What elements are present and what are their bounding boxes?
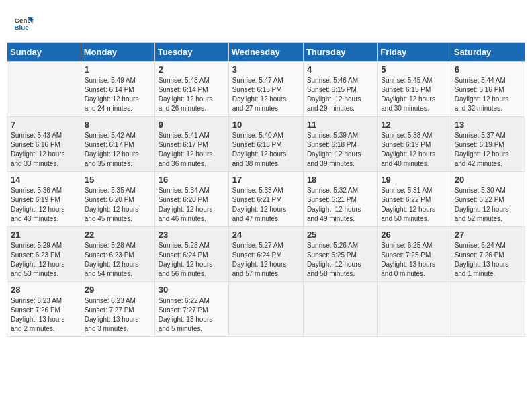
svg-text:Blue: Blue xyxy=(15,24,30,31)
logo-icon: General Blue xyxy=(13,13,34,34)
calendar-cell: 7Sunrise: 5:43 AM Sunset: 6:16 PM Daylig… xyxy=(7,117,81,172)
calendar-cell: 25Sunrise: 5:26 AM Sunset: 6:25 PM Dayli… xyxy=(303,227,377,282)
day-number: 27 xyxy=(455,230,521,240)
day-number: 30 xyxy=(159,285,225,295)
col-header-friday: Friday xyxy=(378,43,451,62)
day-info: Sunrise: 5:34 AM Sunset: 6:20 PM Dayligh… xyxy=(159,186,225,224)
calendar-cell: 20Sunrise: 5:30 AM Sunset: 6:22 PM Dayli… xyxy=(451,172,525,227)
day-number: 28 xyxy=(11,285,77,295)
day-number: 16 xyxy=(159,175,225,185)
calendar-week-2: 7Sunrise: 5:43 AM Sunset: 6:16 PM Daylig… xyxy=(7,117,525,172)
day-info: Sunrise: 6:23 AM Sunset: 7:27 PM Dayligh… xyxy=(85,296,151,334)
day-info: Sunrise: 5:27 AM Sunset: 6:24 PM Dayligh… xyxy=(232,241,300,279)
calendar-cell: 16Sunrise: 5:34 AM Sunset: 6:20 PM Dayli… xyxy=(154,172,228,227)
day-number: 10 xyxy=(232,120,300,130)
calendar-cell: 24Sunrise: 5:27 AM Sunset: 6:24 PM Dayli… xyxy=(228,227,303,282)
day-info: Sunrise: 5:37 AM Sunset: 6:19 PM Dayligh… xyxy=(455,131,521,169)
day-number: 22 xyxy=(85,230,151,240)
calendar-cell: 18Sunrise: 5:32 AM Sunset: 6:21 PM Dayli… xyxy=(303,172,377,227)
calendar-cell: 17Sunrise: 5:33 AM Sunset: 6:21 PM Dayli… xyxy=(228,172,303,227)
day-number: 2 xyxy=(159,64,225,75)
day-number: 15 xyxy=(85,175,151,185)
calendar-cell: 21Sunrise: 5:29 AM Sunset: 6:23 PM Dayli… xyxy=(7,227,81,282)
day-number: 11 xyxy=(307,120,373,130)
day-number: 21 xyxy=(11,230,77,240)
day-info: Sunrise: 5:36 AM Sunset: 6:19 PM Dayligh… xyxy=(11,186,77,224)
day-info: Sunrise: 6:22 AM Sunset: 7:27 PM Dayligh… xyxy=(159,296,225,334)
day-number: 23 xyxy=(159,230,225,240)
day-info: Sunrise: 6:23 AM Sunset: 7:26 PM Dayligh… xyxy=(11,296,77,334)
calendar-cell: 11Sunrise: 5:39 AM Sunset: 6:18 PM Dayli… xyxy=(303,117,377,172)
day-number: 26 xyxy=(381,230,447,240)
day-info: Sunrise: 5:30 AM Sunset: 6:22 PM Dayligh… xyxy=(455,186,521,224)
col-header-thursday: Thursday xyxy=(303,43,377,62)
day-number: 14 xyxy=(11,175,77,185)
calendar-header-row: SundayMondayTuesdayWednesdayThursdayFrid… xyxy=(7,43,525,62)
calendar-cell xyxy=(7,62,81,117)
day-info: Sunrise: 5:38 AM Sunset: 6:19 PM Dayligh… xyxy=(381,131,447,169)
day-info: Sunrise: 5:35 AM Sunset: 6:20 PM Dayligh… xyxy=(85,186,151,224)
calendar-cell: 29Sunrise: 6:23 AM Sunset: 7:27 PM Dayli… xyxy=(81,282,154,337)
day-info: Sunrise: 5:42 AM Sunset: 6:17 PM Dayligh… xyxy=(85,131,151,169)
col-header-tuesday: Tuesday xyxy=(154,43,228,62)
calendar-cell: 12Sunrise: 5:38 AM Sunset: 6:19 PM Dayli… xyxy=(378,117,451,172)
calendar-table: SundayMondayTuesdayWednesdayThursdayFrid… xyxy=(7,42,525,337)
col-header-sunday: Sunday xyxy=(7,43,81,62)
calendar-cell: 30Sunrise: 6:22 AM Sunset: 7:27 PM Dayli… xyxy=(154,282,228,337)
calendar-cell: 1Sunrise: 5:49 AM Sunset: 6:14 PM Daylig… xyxy=(81,62,154,117)
calendar-cell xyxy=(303,282,377,337)
day-number: 25 xyxy=(307,230,373,240)
day-number: 7 xyxy=(11,120,77,130)
day-info: Sunrise: 6:25 AM Sunset: 7:25 PM Dayligh… xyxy=(381,241,447,279)
day-info: Sunrise: 5:28 AM Sunset: 6:23 PM Dayligh… xyxy=(85,241,151,279)
day-number: 3 xyxy=(232,64,300,75)
day-info: Sunrise: 5:48 AM Sunset: 6:14 PM Dayligh… xyxy=(159,76,225,113)
day-info: Sunrise: 6:24 AM Sunset: 7:26 PM Dayligh… xyxy=(455,241,521,279)
col-header-monday: Monday xyxy=(81,43,154,62)
calendar-cell: 8Sunrise: 5:42 AM Sunset: 6:17 PM Daylig… xyxy=(81,117,154,172)
day-number: 12 xyxy=(381,120,447,130)
calendar-cell: 5Sunrise: 5:45 AM Sunset: 6:15 PM Daylig… xyxy=(378,62,451,117)
day-number: 20 xyxy=(455,175,521,185)
day-info: Sunrise: 5:29 AM Sunset: 6:23 PM Dayligh… xyxy=(11,241,77,279)
calendar-cell: 27Sunrise: 6:24 AM Sunset: 7:26 PM Dayli… xyxy=(451,227,525,282)
calendar-cell: 26Sunrise: 6:25 AM Sunset: 7:25 PM Dayli… xyxy=(378,227,451,282)
calendar-cell: 13Sunrise: 5:37 AM Sunset: 6:19 PM Dayli… xyxy=(451,117,525,172)
page-header: General Blue xyxy=(7,7,525,37)
calendar-cell: 10Sunrise: 5:40 AM Sunset: 6:18 PM Dayli… xyxy=(228,117,303,172)
day-info: Sunrise: 5:47 AM Sunset: 6:15 PM Dayligh… xyxy=(232,76,300,113)
calendar-cell: 23Sunrise: 5:28 AM Sunset: 6:24 PM Dayli… xyxy=(154,227,228,282)
day-number: 9 xyxy=(159,120,225,130)
calendar-cell: 22Sunrise: 5:28 AM Sunset: 6:23 PM Dayli… xyxy=(81,227,154,282)
day-number: 8 xyxy=(85,120,151,130)
calendar-cell: 15Sunrise: 5:35 AM Sunset: 6:20 PM Dayli… xyxy=(81,172,154,227)
day-info: Sunrise: 5:41 AM Sunset: 6:17 PM Dayligh… xyxy=(159,131,225,169)
day-number: 24 xyxy=(232,230,300,240)
calendar-week-1: 1Sunrise: 5:49 AM Sunset: 6:14 PM Daylig… xyxy=(7,62,525,117)
col-header-saturday: Saturday xyxy=(451,43,525,62)
day-info: Sunrise: 5:49 AM Sunset: 6:14 PM Dayligh… xyxy=(85,76,151,113)
calendar-cell: 4Sunrise: 5:46 AM Sunset: 6:15 PM Daylig… xyxy=(303,62,377,117)
day-number: 6 xyxy=(455,64,521,75)
calendar-cell: 19Sunrise: 5:31 AM Sunset: 6:22 PM Dayli… xyxy=(378,172,451,227)
day-number: 29 xyxy=(85,285,151,295)
day-info: Sunrise: 5:33 AM Sunset: 6:21 PM Dayligh… xyxy=(232,186,300,224)
day-number: 18 xyxy=(307,175,373,185)
calendar-cell: 28Sunrise: 6:23 AM Sunset: 7:26 PM Dayli… xyxy=(7,282,81,337)
day-info: Sunrise: 5:39 AM Sunset: 6:18 PM Dayligh… xyxy=(307,131,373,169)
calendar-cell: 9Sunrise: 5:41 AM Sunset: 6:17 PM Daylig… xyxy=(154,117,228,172)
day-info: Sunrise: 5:31 AM Sunset: 6:22 PM Dayligh… xyxy=(381,186,447,224)
calendar-cell: 14Sunrise: 5:36 AM Sunset: 6:19 PM Dayli… xyxy=(7,172,81,227)
logo: General Blue xyxy=(13,13,36,34)
calendar-cell xyxy=(451,282,525,337)
calendar-cell: 6Sunrise: 5:44 AM Sunset: 6:16 PM Daylig… xyxy=(451,62,525,117)
day-info: Sunrise: 5:43 AM Sunset: 6:16 PM Dayligh… xyxy=(11,131,77,169)
day-number: 1 xyxy=(85,64,151,75)
day-info: Sunrise: 5:45 AM Sunset: 6:15 PM Dayligh… xyxy=(381,76,447,113)
calendar-cell xyxy=(378,282,451,337)
calendar-week-3: 14Sunrise: 5:36 AM Sunset: 6:19 PM Dayli… xyxy=(7,172,525,227)
calendar-cell: 3Sunrise: 5:47 AM Sunset: 6:15 PM Daylig… xyxy=(228,62,303,117)
day-number: 5 xyxy=(381,64,447,75)
col-header-wednesday: Wednesday xyxy=(228,43,303,62)
day-info: Sunrise: 5:44 AM Sunset: 6:16 PM Dayligh… xyxy=(455,76,521,113)
